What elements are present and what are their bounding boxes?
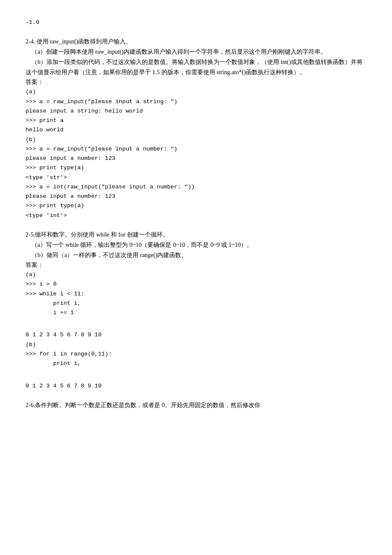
code-while: (a) >>> i = 0 >>> while i < 11: print i,…: [26, 270, 366, 318]
section-2-4-answer-b: (b) >>> a = raw_input("please input a nu…: [26, 135, 366, 220]
code-label-b1: (b) >>> a = raw_input("please input a nu…: [26, 135, 366, 220]
intro-value-block: -1.0: [26, 17, 366, 27]
section-2-5-para-a: （a）写一个 while 循环，输出整型为 0~10（要确保是 0~10，而不是…: [26, 240, 366, 250]
section-2-4: 2-4. 使用 raw_input()函数得到用户输入。 （a）创建一段脚本使用…: [26, 37, 366, 220]
section-2-5-answer-label: 答案：: [26, 260, 366, 270]
section-2-5-output-b: 0 1 2 3 4 5 6 7 8 9 10: [26, 381, 366, 391]
section-2-5-answer-a: (a) >>> i = 0 >>> while i < 11: print i,…: [26, 270, 366, 318]
section-2-6: 2-6.条件判断。判断一个数是正数还是负数，或者是 0。开始先用固定的数值，然后…: [26, 400, 366, 410]
while-output-text: 0 1 2 3 4 5 6 7 8 9 10: [26, 332, 101, 338]
code-for: (b) >>> for i in range(0,11): print i,: [26, 340, 366, 369]
section-2-6-title: 2-6.条件判断。判断一个数是正数还是负数，或者是 0。开始先用固定的数值，然后…: [26, 400, 366, 410]
section-2-4-answer-label: 答案：: [26, 77, 366, 87]
page-content: -1.0 2-4. 使用 raw_input()函数得到用户输入。 （a）创建一…: [26, 17, 366, 410]
for-output-text: 0 1 2 3 4 5 6 7 8 9 10: [26, 383, 101, 389]
intro-value-text: -1.0: [26, 19, 39, 26]
section-2-5-para-b: （b）做同（a）一样的事，不过这次使用 range()内建函数。: [26, 250, 366, 260]
section-2-4-title: 2-4. 使用 raw_input()函数得到用户输入。: [26, 37, 366, 47]
section-2-4-answer-a: (a) >>> a = raw_input("please input a st…: [26, 87, 366, 135]
section-2-5-answer-b: (b) >>> for i in range(0,11): print i,: [26, 340, 366, 369]
section-2-4-para-b: （b）添加一段类似的代码，不过这次输入的是数值。将输入数据转换为一个数值对象，（…: [26, 57, 366, 78]
section-2-4-para-a: （a）创建一段脚本使用 raw_input()内建函数从用户输入得到一个字符串，…: [26, 47, 366, 57]
section-2-5-title: 2-5.循环和数字。分别使用 while 和 for 创建一个循环。: [26, 230, 366, 240]
section-2-5: 2-5.循环和数字。分别使用 while 和 for 创建一个循环。 （a）写一…: [26, 230, 366, 391]
code-label-a1: (a) >>> a = raw_input("please input a st…: [26, 87, 366, 135]
section-2-5-output-a: 0 1 2 3 4 5 6 7 8 9 10: [26, 330, 366, 340]
